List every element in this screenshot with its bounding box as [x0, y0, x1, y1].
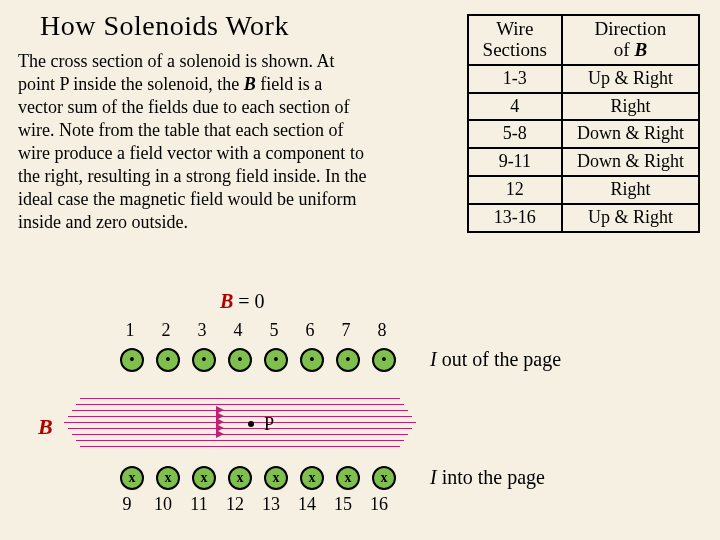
current-out-label: I out of the page — [430, 348, 561, 371]
wire-cross-icon: x — [120, 466, 144, 490]
body-paragraph: The cross section of a solenoid is shown… — [18, 50, 368, 234]
table-row: 1-3Up & Right — [468, 65, 699, 93]
wire-cross-icon: x — [192, 466, 216, 490]
wire-dot-icon: • — [192, 348, 216, 372]
wire-cross-icon: x — [156, 466, 180, 490]
wire-number: 13 — [256, 494, 286, 515]
wire-number: 3 — [187, 320, 217, 341]
wire-number: 9 — [112, 494, 142, 515]
wire-number: 1 — [115, 320, 145, 341]
wire-number: 8 — [367, 320, 397, 341]
field-line — [80, 446, 400, 447]
wire-number: 15 — [328, 494, 358, 515]
wire-cross-icon: x — [336, 466, 360, 490]
field-line — [68, 416, 412, 417]
cell-ws: 9-11 — [468, 148, 562, 176]
table-header-direction: Direction of B — [562, 15, 699, 65]
I-out: I — [430, 348, 437, 370]
point-p-label: P — [264, 414, 274, 435]
wire-dot-icon: • — [228, 348, 252, 372]
wire-number: 7 — [331, 320, 361, 341]
wire-cross-icon: x — [264, 466, 288, 490]
field-line — [80, 398, 400, 399]
wire-dot-icon: • — [336, 348, 360, 372]
cell-ws: 5-8 — [468, 120, 562, 148]
th1a: Wire — [483, 19, 547, 40]
bzero-eq: = 0 — [233, 290, 264, 312]
I-in: I — [430, 466, 437, 488]
wire-number: 16 — [364, 494, 394, 515]
b-vector-symbol: B — [244, 74, 256, 94]
th2b: of B — [614, 39, 647, 60]
field-line — [72, 410, 408, 411]
th2a: Direction — [577, 19, 684, 40]
wire-dot-icon: • — [120, 348, 144, 372]
cell-ws: 1-3 — [468, 65, 562, 93]
current-in-label: I into the page — [430, 466, 545, 489]
wire-dot-icon: • — [264, 348, 288, 372]
table-row: 9-11Down & Right — [468, 148, 699, 176]
wire-number: 6 — [295, 320, 325, 341]
cell-dir: Right — [562, 93, 699, 121]
solenoid-diagram: B = 0 12345678 910111213141516 •••••••• … — [0, 290, 720, 530]
wire-number: 4 — [223, 320, 253, 341]
cell-dir: Down & Right — [562, 148, 699, 176]
arrow-right-icon — [216, 430, 224, 438]
wire-dot-icon: • — [372, 348, 396, 372]
I-out-rest: out of the page — [437, 348, 561, 370]
field-line — [64, 422, 416, 423]
field-line — [76, 440, 404, 441]
wire-number: 5 — [259, 320, 289, 341]
table-row: 4Right — [468, 93, 699, 121]
cell-ws: 13-16 — [468, 204, 562, 232]
cell-dir: Up & Right — [562, 204, 699, 232]
wire-dot-icon: • — [300, 348, 324, 372]
table-header-wire: Wire Sections — [468, 15, 562, 65]
wire-dot-icon: • — [156, 348, 180, 372]
b-vector-label: B — [38, 414, 53, 440]
th2c-B: B — [634, 39, 647, 60]
I-in-rest: into the page — [437, 466, 545, 488]
b-equals-zero-label: B = 0 — [220, 290, 265, 313]
body-text-2: field is a vector sum of the fields due … — [18, 74, 366, 232]
wire-number: 10 — [148, 494, 178, 515]
table-row: 13-16Up & Right — [468, 204, 699, 232]
wire-number: 11 — [184, 494, 214, 515]
cell-dir: Down & Right — [562, 120, 699, 148]
cell-ws: 4 — [468, 93, 562, 121]
wire-number: 14 — [292, 494, 322, 515]
direction-table: Wire Sections Direction of B 1-3Up & Rig… — [467, 14, 700, 233]
bzero-B: B — [220, 290, 233, 312]
field-line — [76, 404, 404, 405]
table-row: 5-8Down & Right — [468, 120, 699, 148]
th2b-of: of — [614, 39, 630, 60]
cell-dir: Right — [562, 176, 699, 204]
th1b: Sections — [483, 40, 547, 61]
wire-cross-icon: x — [228, 466, 252, 490]
wire-cross-icon: x — [372, 466, 396, 490]
cell-ws: 12 — [468, 176, 562, 204]
page-title: How Solenoids Work — [40, 10, 289, 42]
point-p-marker — [248, 421, 254, 427]
field-line — [72, 434, 408, 435]
wire-cross-icon: x — [300, 466, 324, 490]
cell-dir: Up & Right — [562, 65, 699, 93]
wire-number: 12 — [220, 494, 250, 515]
wire-number: 2 — [151, 320, 181, 341]
table-row: 12Right — [468, 176, 699, 204]
field-line — [68, 428, 412, 429]
